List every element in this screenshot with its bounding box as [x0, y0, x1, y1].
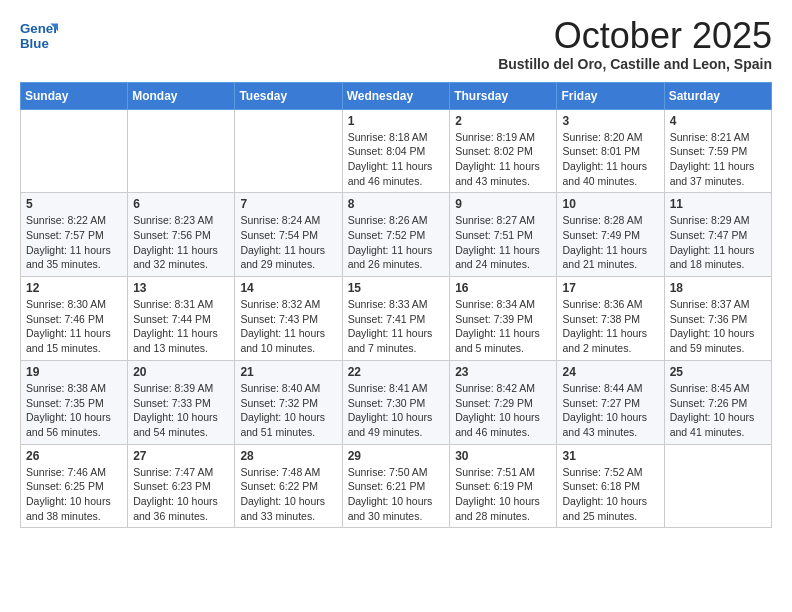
- calendar-cell: 18Sunrise: 8:37 AMSunset: 7:36 PMDayligh…: [664, 277, 771, 361]
- calendar-cell: [235, 109, 342, 193]
- day-number: 12: [26, 281, 122, 295]
- calendar-cell: 6Sunrise: 8:23 AMSunset: 7:56 PMDaylight…: [128, 193, 235, 277]
- calendar-cell: 4Sunrise: 8:21 AMSunset: 7:59 PMDaylight…: [664, 109, 771, 193]
- calendar-cell: 22Sunrise: 8:41 AMSunset: 7:30 PMDayligh…: [342, 360, 450, 444]
- calendar-cell: [21, 109, 128, 193]
- calendar-cell: 20Sunrise: 8:39 AMSunset: 7:33 PMDayligh…: [128, 360, 235, 444]
- calendar-cell: 23Sunrise: 8:42 AMSunset: 7:29 PMDayligh…: [450, 360, 557, 444]
- page: General Blue October 2025 Bustillo del O…: [0, 0, 792, 612]
- day-number: 14: [240, 281, 336, 295]
- day-number: 16: [455, 281, 551, 295]
- calendar-cell: 26Sunrise: 7:46 AMSunset: 6:25 PMDayligh…: [21, 444, 128, 528]
- day-number: 19: [26, 365, 122, 379]
- day-info: Sunrise: 7:51 AMSunset: 6:19 PMDaylight:…: [455, 465, 551, 524]
- header-friday: Friday: [557, 82, 664, 109]
- day-number: 23: [455, 365, 551, 379]
- header-monday: Monday: [128, 82, 235, 109]
- calendar-week-5: 26Sunrise: 7:46 AMSunset: 6:25 PMDayligh…: [21, 444, 772, 528]
- day-number: 27: [133, 449, 229, 463]
- day-info: Sunrise: 8:37 AMSunset: 7:36 PMDaylight:…: [670, 297, 766, 356]
- day-info: Sunrise: 8:32 AMSunset: 7:43 PMDaylight:…: [240, 297, 336, 356]
- calendar: Sunday Monday Tuesday Wednesday Thursday…: [20, 82, 772, 529]
- day-number: 31: [562, 449, 658, 463]
- header-wednesday: Wednesday: [342, 82, 450, 109]
- calendar-week-2: 5Sunrise: 8:22 AMSunset: 7:57 PMDaylight…: [21, 193, 772, 277]
- day-info: Sunrise: 8:39 AMSunset: 7:33 PMDaylight:…: [133, 381, 229, 440]
- month-title: October 2025: [498, 16, 772, 56]
- calendar-cell: 10Sunrise: 8:28 AMSunset: 7:49 PMDayligh…: [557, 193, 664, 277]
- day-info: Sunrise: 8:29 AMSunset: 7:47 PMDaylight:…: [670, 213, 766, 272]
- header-saturday: Saturday: [664, 82, 771, 109]
- calendar-cell: 17Sunrise: 8:36 AMSunset: 7:38 PMDayligh…: [557, 277, 664, 361]
- day-number: 22: [348, 365, 445, 379]
- day-info: Sunrise: 8:44 AMSunset: 7:27 PMDaylight:…: [562, 381, 658, 440]
- day-info: Sunrise: 8:23 AMSunset: 7:56 PMDaylight:…: [133, 213, 229, 272]
- day-number: 24: [562, 365, 658, 379]
- day-info: Sunrise: 8:40 AMSunset: 7:32 PMDaylight:…: [240, 381, 336, 440]
- day-info: Sunrise: 8:19 AMSunset: 8:02 PMDaylight:…: [455, 130, 551, 189]
- day-info: Sunrise: 8:33 AMSunset: 7:41 PMDaylight:…: [348, 297, 445, 356]
- day-number: 1: [348, 114, 445, 128]
- calendar-cell: 12Sunrise: 8:30 AMSunset: 7:46 PMDayligh…: [21, 277, 128, 361]
- calendar-cell: [128, 109, 235, 193]
- day-number: 5: [26, 197, 122, 211]
- day-number: 6: [133, 197, 229, 211]
- calendar-cell: 3Sunrise: 8:20 AMSunset: 8:01 PMDaylight…: [557, 109, 664, 193]
- calendar-cell: 5Sunrise: 8:22 AMSunset: 7:57 PMDaylight…: [21, 193, 128, 277]
- day-number: 10: [562, 197, 658, 211]
- calendar-cell: 2Sunrise: 8:19 AMSunset: 8:02 PMDaylight…: [450, 109, 557, 193]
- calendar-cell: 25Sunrise: 8:45 AMSunset: 7:26 PMDayligh…: [664, 360, 771, 444]
- header-tuesday: Tuesday: [235, 82, 342, 109]
- day-number: 26: [26, 449, 122, 463]
- day-info: Sunrise: 7:46 AMSunset: 6:25 PMDaylight:…: [26, 465, 122, 524]
- calendar-cell: 11Sunrise: 8:29 AMSunset: 7:47 PMDayligh…: [664, 193, 771, 277]
- day-number: 4: [670, 114, 766, 128]
- day-info: Sunrise: 7:52 AMSunset: 6:18 PMDaylight:…: [562, 465, 658, 524]
- day-info: Sunrise: 8:24 AMSunset: 7:54 PMDaylight:…: [240, 213, 336, 272]
- day-number: 11: [670, 197, 766, 211]
- calendar-cell: 1Sunrise: 8:18 AMSunset: 8:04 PMDaylight…: [342, 109, 450, 193]
- day-number: 8: [348, 197, 445, 211]
- calendar-week-3: 12Sunrise: 8:30 AMSunset: 7:46 PMDayligh…: [21, 277, 772, 361]
- calendar-week-1: 1Sunrise: 8:18 AMSunset: 8:04 PMDaylight…: [21, 109, 772, 193]
- calendar-cell: 19Sunrise: 8:38 AMSunset: 7:35 PMDayligh…: [21, 360, 128, 444]
- svg-text:General: General: [20, 21, 58, 36]
- day-number: 17: [562, 281, 658, 295]
- subtitle: Bustillo del Oro, Castille and Leon, Spa…: [498, 56, 772, 72]
- day-info: Sunrise: 7:48 AMSunset: 6:22 PMDaylight:…: [240, 465, 336, 524]
- day-number: 29: [348, 449, 445, 463]
- day-info: Sunrise: 8:22 AMSunset: 7:57 PMDaylight:…: [26, 213, 122, 272]
- header: General Blue October 2025 Bustillo del O…: [20, 16, 772, 72]
- day-info: Sunrise: 8:38 AMSunset: 7:35 PMDaylight:…: [26, 381, 122, 440]
- day-number: 3: [562, 114, 658, 128]
- day-info: Sunrise: 8:20 AMSunset: 8:01 PMDaylight:…: [562, 130, 658, 189]
- day-info: Sunrise: 8:31 AMSunset: 7:44 PMDaylight:…: [133, 297, 229, 356]
- calendar-cell: 24Sunrise: 8:44 AMSunset: 7:27 PMDayligh…: [557, 360, 664, 444]
- day-number: 13: [133, 281, 229, 295]
- calendar-cell: 15Sunrise: 8:33 AMSunset: 7:41 PMDayligh…: [342, 277, 450, 361]
- header-thursday: Thursday: [450, 82, 557, 109]
- calendar-cell: 21Sunrise: 8:40 AMSunset: 7:32 PMDayligh…: [235, 360, 342, 444]
- day-number: 21: [240, 365, 336, 379]
- day-number: 7: [240, 197, 336, 211]
- calendar-cell: 31Sunrise: 7:52 AMSunset: 6:18 PMDayligh…: [557, 444, 664, 528]
- calendar-cell: 14Sunrise: 8:32 AMSunset: 7:43 PMDayligh…: [235, 277, 342, 361]
- day-number: 18: [670, 281, 766, 295]
- calendar-cell: [664, 444, 771, 528]
- day-number: 9: [455, 197, 551, 211]
- calendar-cell: 30Sunrise: 7:51 AMSunset: 6:19 PMDayligh…: [450, 444, 557, 528]
- day-info: Sunrise: 7:47 AMSunset: 6:23 PMDaylight:…: [133, 465, 229, 524]
- day-number: 30: [455, 449, 551, 463]
- day-number: 28: [240, 449, 336, 463]
- day-number: 20: [133, 365, 229, 379]
- calendar-cell: 27Sunrise: 7:47 AMSunset: 6:23 PMDayligh…: [128, 444, 235, 528]
- calendar-cell: 8Sunrise: 8:26 AMSunset: 7:52 PMDaylight…: [342, 193, 450, 277]
- title-block: October 2025 Bustillo del Oro, Castille …: [498, 16, 772, 72]
- day-number: 25: [670, 365, 766, 379]
- calendar-cell: 16Sunrise: 8:34 AMSunset: 7:39 PMDayligh…: [450, 277, 557, 361]
- calendar-cell: 29Sunrise: 7:50 AMSunset: 6:21 PMDayligh…: [342, 444, 450, 528]
- day-info: Sunrise: 8:42 AMSunset: 7:29 PMDaylight:…: [455, 381, 551, 440]
- day-number: 15: [348, 281, 445, 295]
- day-info: Sunrise: 8:41 AMSunset: 7:30 PMDaylight:…: [348, 381, 445, 440]
- weekday-header-row: Sunday Monday Tuesday Wednesday Thursday…: [21, 82, 772, 109]
